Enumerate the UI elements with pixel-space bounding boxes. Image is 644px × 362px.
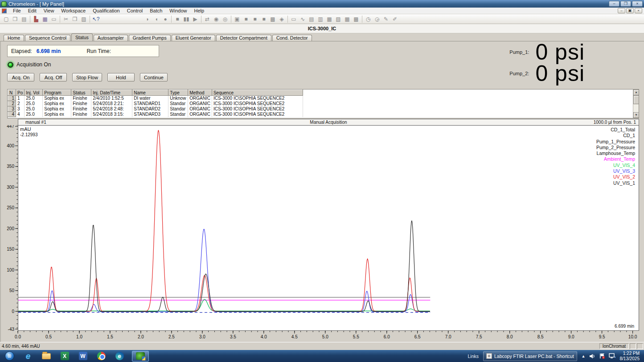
menu-batch[interactable]: Batch	[146, 8, 166, 13]
table-scrollbar[interactable]: ▲ ▼	[633, 89, 639, 118]
tab-detector-compartment[interactable]: Detector Compartment	[216, 35, 271, 41]
column-header-sequence[interactable]: Sequence	[212, 90, 303, 96]
mdi-minimize-button[interactable]: –	[618, 8, 625, 13]
menu-window[interactable]: Window	[166, 8, 190, 13]
tab-sequence-control[interactable]: Sequence Control	[25, 35, 70, 41]
paste-icon[interactable]: ▨	[79, 15, 88, 23]
tab-eluent-generator[interactable]: Eluent Generator	[172, 35, 215, 41]
takeover-icon[interactable]: ◉	[212, 15, 221, 23]
menu-view[interactable]: View	[40, 8, 58, 13]
save-icon[interactable]: ▤	[20, 15, 29, 23]
copy-icon[interactable]: ❐	[70, 15, 79, 23]
block-2-icon[interactable]: ■	[250, 15, 259, 23]
volume-icon[interactable]	[589, 354, 595, 359]
action-center-flag-icon[interactable]: ×	[599, 353, 605, 359]
column-header-n[interactable]: N	[8, 90, 16, 96]
internet-explorer-icon[interactable]: e	[22, 351, 34, 361]
menu-file[interactable]: File	[9, 8, 25, 13]
edge-icon[interactable]: e	[114, 351, 125, 361]
menu-control[interactable]: Control	[123, 8, 146, 13]
chart-icon[interactable]: ∿	[298, 15, 307, 23]
new-file-icon[interactable]: ▢	[2, 15, 11, 23]
layout-grid-icon[interactable]: ▦	[325, 15, 334, 23]
column-header-program[interactable]: Program	[43, 90, 71, 96]
start-icon[interactable]: ▶	[191, 15, 200, 23]
column-header-inj-vol[interactable]: Inj. Vol	[25, 90, 43, 96]
wizard-icon[interactable]: ◈	[277, 15, 286, 23]
column-header-method[interactable]: Method	[188, 90, 212, 96]
tray-expand-icon[interactable]: ▲	[582, 354, 586, 358]
excel-icon[interactable]: X	[59, 351, 70, 361]
prepare-icon[interactable]: ◖	[152, 15, 161, 23]
layout-cols-icon[interactable]: ▥	[316, 15, 325, 23]
browser-icon[interactable]: ▦	[41, 15, 49, 23]
release-icon[interactable]: ◎	[221, 15, 230, 23]
countersign-icon[interactable]: ✐	[390, 15, 399, 23]
acq-on-button[interactable]: Acq. On	[7, 73, 34, 81]
print-icon[interactable]: ▭	[49, 15, 58, 23]
block-3-icon[interactable]: ■	[259, 15, 268, 23]
stop-icon[interactable]: ■	[173, 15, 182, 23]
continue-button[interactable]: Continue	[140, 73, 168, 81]
new-window-icon[interactable]: ▭	[289, 15, 298, 23]
network-display-icon[interactable]	[609, 353, 615, 359]
mdi-restore-button[interactable]: ▣	[626, 8, 634, 13]
links-toolbar[interactable]: Links	[468, 354, 479, 359]
instrument-name: ICS-3000_IC	[308, 26, 336, 31]
tab-autosampler[interactable]: Autosampler	[94, 35, 128, 41]
start-button[interactable]: ⊞	[3, 351, 16, 361]
menu-qualification[interactable]: Qualification	[89, 8, 123, 13]
column-header-type[interactable]: Type	[168, 90, 188, 96]
chrome-icon[interactable]	[95, 351, 107, 361]
monitor-icon[interactable]: ▣	[233, 15, 242, 23]
tab-status[interactable]: Status	[71, 33, 93, 41]
scrollbar-thumb[interactable]	[633, 95, 639, 104]
column-header-name[interactable]: Name	[132, 90, 168, 96]
smartstart-icon[interactable]: ▩	[268, 15, 277, 23]
signature-icon[interactable]: ✎	[381, 15, 390, 23]
pause-icon[interactable]: ▮▮	[182, 15, 191, 23]
menu-edit[interactable]: Edit	[25, 8, 40, 13]
table-row[interactable]: 3325.0Sophia exFinishe5/24/2018 2:48:STA…	[8, 106, 303, 112]
time-back-icon[interactable]: ◶	[373, 15, 381, 23]
layout-tiny-icon[interactable]: ▩	[352, 15, 361, 23]
maximize-button[interactable]: ❐	[620, 1, 631, 7]
plot-area[interactable]: mAU -2.12993 6.699 min CD_1_TotalCD_1Pum…	[18, 125, 639, 331]
shortcut-taskbar-button[interactable]: ⚙ Labcopy FTIR Laser PC.bat - Shortcut	[483, 351, 577, 361]
cut-icon[interactable]: ✂	[62, 15, 70, 23]
acq-off-button[interactable]: Acq. Off	[40, 73, 67, 81]
taskbar-clock[interactable]: 1:22 PM 8/13/2025	[620, 351, 642, 362]
open-icon[interactable]: ❒	[11, 15, 20, 23]
table-row[interactable]: 1125.0Sophia exFinishe2/4/2010 1:52:5DI …	[8, 96, 303, 101]
menu-help[interactable]: Help	[190, 8, 208, 13]
layout-dense-icon[interactable]: ▦	[343, 15, 352, 23]
time-forward-icon[interactable]: ◷	[364, 15, 373, 23]
column-header-po[interactable]: Po	[16, 90, 25, 96]
table-row[interactable]: 4425.0Sophia exFinishe5/24/2018 3:15:STA…	[8, 112, 303, 117]
exchange-icon[interactable]: ⇄	[203, 15, 212, 23]
layout-mixed-icon[interactable]: ▧	[334, 15, 343, 23]
tab-gradient-pumps[interactable]: Gradient Pumps	[129, 35, 171, 41]
file-explorer-icon[interactable]	[41, 351, 52, 361]
record-icon[interactable]: ●	[161, 15, 170, 23]
tab-cond-detector[interactable]: Cond. Detector	[272, 35, 312, 41]
word-icon[interactable]: W	[77, 351, 89, 361]
menu-workspace[interactable]: Workspace	[57, 8, 89, 13]
column-header-inj-date-time[interactable]: Inj. Date/Time	[91, 90, 132, 96]
column-header-status[interactable]: Status	[71, 90, 91, 96]
block-1-icon[interactable]: ■	[242, 15, 250, 23]
tab-home[interactable]: Home	[4, 35, 24, 41]
mdi-close-button[interactable]: ×	[635, 8, 642, 13]
chromeleon-taskbar-button[interactable]	[132, 351, 149, 362]
context-help-icon[interactable]: ↖?	[91, 15, 100, 23]
scroll-up-icon[interactable]: ▲	[633, 89, 639, 95]
scroll-down-icon[interactable]: ▼	[633, 112, 639, 118]
inject-icon[interactable]: ◗	[143, 15, 152, 23]
table-row[interactable]: 2225.0Sophia exFinishe5/24/2018 2:21:STA…	[8, 101, 303, 106]
panel-tabset-icon[interactable]: ▙	[32, 15, 41, 23]
minimize-button[interactable]: –	[609, 1, 619, 7]
stop-flow-button[interactable]: Stop Flow	[72, 73, 102, 81]
layout-rows-icon[interactable]: ▤	[307, 15, 316, 23]
close-button[interactable]: ×	[632, 1, 643, 7]
hold-button[interactable]: Hold	[107, 73, 135, 81]
